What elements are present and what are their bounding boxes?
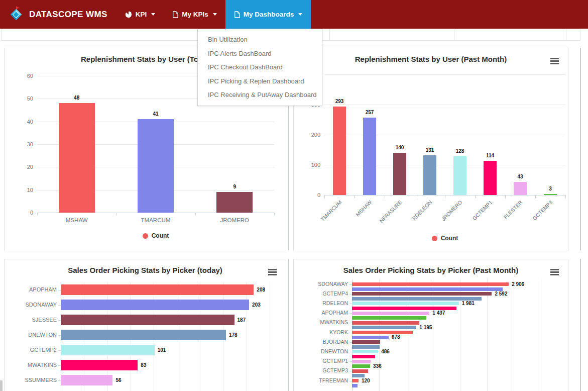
bar <box>216 192 253 213</box>
legend-label: Count <box>441 235 458 242</box>
legend-item-count[interactable]: Count <box>37 232 274 239</box>
bar-value-label: 678 <box>392 334 400 340</box>
navbar: DATASCOPE WMS KPI My KPIs <box>0 0 588 29</box>
axis-tick <box>415 195 415 198</box>
bar-value-label: 208 <box>257 287 265 292</box>
datascope-logo-icon <box>8 6 24 24</box>
axis-tick <box>58 290 61 290</box>
category-label: APOPHAM <box>294 310 348 316</box>
category-label: SJESSEE <box>3 317 57 323</box>
bar <box>352 321 419 325</box>
axis-tick <box>565 195 566 198</box>
axis-tick <box>58 365 61 366</box>
legend-marker-icon <box>143 233 148 239</box>
chart-menu-icon[interactable] <box>550 268 559 276</box>
panel-divider <box>580 259 581 391</box>
bar <box>393 153 406 195</box>
legend-marker-icon <box>432 236 437 241</box>
axis-tick <box>445 195 445 198</box>
bar <box>352 331 413 334</box>
bar <box>352 345 380 349</box>
panel-divider <box>580 48 581 250</box>
category-label: SSUMMERS <box>3 377 57 383</box>
nav-item-my-dashboards[interactable]: My Dashboards <box>225 0 311 29</box>
y-axis-label: 60 <box>8 73 33 79</box>
chevron-down-icon <box>298 13 302 16</box>
y-axis-label: 200 <box>295 132 320 138</box>
nav-item-kpi[interactable]: KPI <box>116 0 164 29</box>
axis-tick <box>58 350 61 351</box>
gridline <box>406 279 406 391</box>
axis-tick <box>58 380 61 381</box>
nav-item-label: My KPIs <box>182 11 208 18</box>
gridline <box>37 213 274 213</box>
brand[interactable]: DATASCOPE WMS <box>0 0 107 29</box>
category-label: SDONAWAY <box>3 302 57 308</box>
y-axis-label: 40 <box>8 119 33 125</box>
bar <box>61 330 226 340</box>
axis-tick <box>349 284 352 285</box>
axis-tick <box>349 361 352 362</box>
axis-tick <box>195 213 196 216</box>
axis-tick <box>58 305 61 306</box>
strip-divider <box>329 29 330 40</box>
file-icon <box>234 11 240 18</box>
nav-menu: KPI My KPIs My Dashboards <box>116 0 311 29</box>
menu-item-ipc-receiving-putaway[interactable]: IPC Receiving & PutAway Dashboard <box>198 88 322 102</box>
axis-tick <box>274 213 275 216</box>
bar-value-label: 336 <box>373 363 382 369</box>
bar <box>352 302 459 305</box>
category-label: MSHAW <box>37 217 116 223</box>
axis-tick <box>349 323 352 323</box>
bar-value-label: 2 906 <box>512 281 524 287</box>
bar <box>59 103 95 213</box>
bar <box>352 350 378 353</box>
bar <box>352 307 456 310</box>
y-axis-label: 20 <box>8 164 33 170</box>
chart-menu-icon[interactable] <box>550 57 559 65</box>
gridline <box>324 74 565 75</box>
chart-menu-icon[interactable] <box>268 268 277 276</box>
plot-area: 2 906SDONAWAY2 592GCTEMP41 981RDELEON1 4… <box>352 279 563 391</box>
y-axis-label: 50 <box>8 95 33 102</box>
bar-value-label: 43 <box>505 174 535 179</box>
chart-title: Replenishment Stats by User (Past Month) <box>294 55 568 63</box>
category-label: KYORK <box>294 329 348 335</box>
bar <box>352 379 359 382</box>
bar <box>61 375 112 385</box>
bar-value-label: 56 <box>115 377 121 383</box>
gridline <box>270 282 270 391</box>
category-label: RDELEON <box>294 300 348 306</box>
bar-value-label: 41 <box>141 111 171 117</box>
bar <box>544 194 557 195</box>
bar <box>352 326 416 329</box>
menu-item-ipc-alerts[interactable]: IPC Alerts DashBoard <box>198 47 322 61</box>
my-dashboards-dropdown-menu: Bin Utilization IPC Alerts DashBoard IPC… <box>197 29 322 106</box>
nav-item-label: My Dashboards <box>244 11 294 18</box>
category-label: GCTEMP1 <box>294 358 348 364</box>
chart-title: Sales Order Picking Stats by Picker (Pas… <box>294 266 568 274</box>
plot-area: 208APOPHAM203SDONAWAY187SJESSEE178DNEWTO… <box>61 282 274 391</box>
bar <box>352 369 368 373</box>
gridline <box>324 135 565 135</box>
axis-tick <box>505 195 506 198</box>
bar <box>352 297 482 301</box>
nav-item-my-kpis[interactable]: My KPIs <box>164 0 225 29</box>
bar-value-label: 1 437 <box>432 310 445 316</box>
bar <box>352 374 365 377</box>
strip-divider <box>454 29 454 40</box>
axis-tick <box>349 381 352 381</box>
axis-tick <box>349 294 352 295</box>
bar <box>423 155 436 195</box>
axis-tick <box>58 320 61 321</box>
menu-item-bin-utilization[interactable]: Bin Utilization <box>198 33 322 47</box>
chevron-down-icon <box>213 13 217 16</box>
y-axis-label: 10 <box>8 187 33 193</box>
axis-tick <box>349 352 352 352</box>
menu-item-ipc-checkout[interactable]: IPC Checkout DashBoard <box>198 60 322 74</box>
menu-item-ipc-picking-replen[interactable]: IPC Picking & Replen Dashboard <box>198 74 322 88</box>
legend-item-count[interactable]: Count <box>324 235 565 242</box>
file-icon <box>172 11 178 18</box>
bar-value-label: 9 <box>219 184 250 189</box>
bar-value-label: 140 <box>385 145 415 150</box>
